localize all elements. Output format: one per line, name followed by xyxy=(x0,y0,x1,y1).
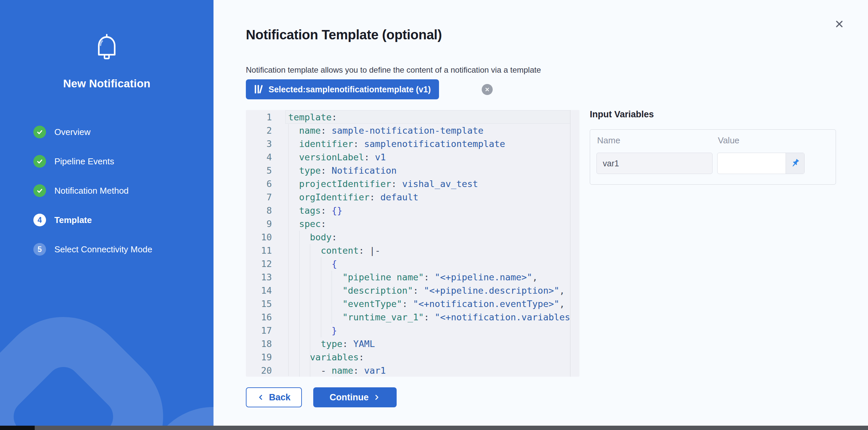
yaml-editor[interactable]: 1template:2 name: sample-notification-te… xyxy=(246,110,580,377)
code-line: 12 { xyxy=(246,257,570,271)
code-line: 9 spec: xyxy=(246,217,570,231)
scrollbar-divider xyxy=(570,110,570,377)
step-label: Select Connectivity Mode xyxy=(54,244,152,255)
code-line: 13 "pipeline name": "<+pipeline.name>", xyxy=(246,271,570,284)
code-line: 7 orgIdentifier: default xyxy=(246,191,570,204)
code-line: 3 identifier: samplenotificationtemplate xyxy=(246,137,570,151)
step-number: 4 xyxy=(33,214,46,226)
line-number: 18 xyxy=(246,337,272,351)
line-number: 10 xyxy=(246,231,272,244)
line-number: 5 xyxy=(246,164,272,177)
remove-icon xyxy=(484,87,490,92)
continue-button[interactable]: Continue xyxy=(313,387,397,407)
step-label: Notification Method xyxy=(54,186,129,196)
step-item-notification-method[interactable]: Notification Method xyxy=(33,184,152,197)
line-number: 17 xyxy=(246,324,272,337)
code-line: 15 "eventType": "<+notification.eventTyp… xyxy=(246,297,570,311)
chevron-right-icon xyxy=(373,394,380,401)
remove-template-button[interactable] xyxy=(482,84,493,95)
check-icon xyxy=(33,126,46,138)
check-icon xyxy=(33,184,46,197)
line-number: 9 xyxy=(246,217,272,231)
chevron-left-icon xyxy=(257,394,265,401)
code-line: 4 versionLabel: v1 xyxy=(246,151,570,164)
continue-button-label: Continue xyxy=(330,392,369,403)
line-number: 6 xyxy=(246,177,272,191)
page-subtitle: Notification template allows you to defi… xyxy=(246,65,541,75)
selected-template-label: Selected:samplenotificationtemplate (v1) xyxy=(269,85,431,94)
line-number: 13 xyxy=(246,271,272,284)
code-line: 20 - name: var1 xyxy=(246,364,570,377)
code-line: 10 body: xyxy=(246,231,570,244)
selected-template-chip[interactable]: Selected:samplenotificationtemplate (v1) xyxy=(246,79,439,99)
close-icon xyxy=(834,18,845,30)
step-label: Pipeline Events xyxy=(54,156,114,167)
input-variables-title: Input Variables xyxy=(590,109,654,120)
variable-name-input[interactable] xyxy=(596,153,713,174)
line-number: 14 xyxy=(246,284,272,297)
bottom-bar xyxy=(0,426,868,430)
variable-value-group xyxy=(717,153,805,174)
bottom-bar-dark-segment xyxy=(0,426,35,430)
code-line: 1template: xyxy=(246,111,570,124)
line-number: 15 xyxy=(246,297,272,311)
back-button-label: Back xyxy=(269,392,290,403)
code-line: 5 type: Notification xyxy=(246,164,570,177)
line-number: 3 xyxy=(246,137,272,151)
line-number: 1 xyxy=(246,111,272,124)
line-number: 20 xyxy=(246,364,272,377)
step-number: 5 xyxy=(33,243,46,256)
code-line: 6 projectIdentifier: vishal_av_test xyxy=(246,177,570,191)
step-label: Overview xyxy=(54,127,90,137)
bell-icon xyxy=(92,32,121,64)
line-number: 12 xyxy=(246,257,272,271)
back-button[interactable]: Back xyxy=(246,387,302,407)
code-line: 14 "description": "<+pipeline.descriptio… xyxy=(246,284,570,297)
pin-icon xyxy=(790,158,801,169)
check-icon xyxy=(33,155,46,168)
line-number: 2 xyxy=(246,124,272,137)
variable-value-input[interactable] xyxy=(718,153,785,174)
line-number: 11 xyxy=(246,244,272,257)
line-number: 19 xyxy=(246,351,272,364)
page-title: Notification Template (optional) xyxy=(246,27,442,42)
step-item-template[interactable]: 4Template xyxy=(33,214,152,226)
step-item-overview[interactable]: Overview xyxy=(33,126,152,138)
code-line: 2 name: sample-notification-template xyxy=(246,124,570,137)
step-item-select-connectivity-mode[interactable]: 5Select Connectivity Mode xyxy=(33,243,152,256)
wizard-sidebar: New Notification OverviewPipeline Events… xyxy=(0,0,214,430)
name-column-label: Name xyxy=(597,135,620,146)
close-button[interactable] xyxy=(833,17,846,31)
step-item-pipeline-events[interactable]: Pipeline Events xyxy=(33,155,152,168)
value-column-label: Value xyxy=(718,135,740,146)
line-number: 7 xyxy=(246,191,272,204)
brand-watermark xyxy=(0,289,191,430)
line-number: 8 xyxy=(246,204,272,217)
step-list: OverviewPipeline EventsNotification Meth… xyxy=(33,126,152,256)
step-label: Template xyxy=(54,215,92,225)
code-line: 17 } xyxy=(246,324,570,337)
wizard-title: New Notification xyxy=(0,77,214,90)
code-line: 8 tags: {} xyxy=(246,204,570,217)
line-number: 4 xyxy=(246,151,272,164)
code-line: 18 type: YAML xyxy=(246,337,570,351)
code-line: 11 content: |- xyxy=(246,244,570,257)
line-number: 16 xyxy=(246,311,272,324)
code-line: 19 variables: xyxy=(246,351,570,364)
code-line: 16 "runtime_var_1": "<+notification.vari… xyxy=(246,311,570,324)
template-library-icon xyxy=(254,84,263,95)
pin-button[interactable] xyxy=(785,153,804,174)
